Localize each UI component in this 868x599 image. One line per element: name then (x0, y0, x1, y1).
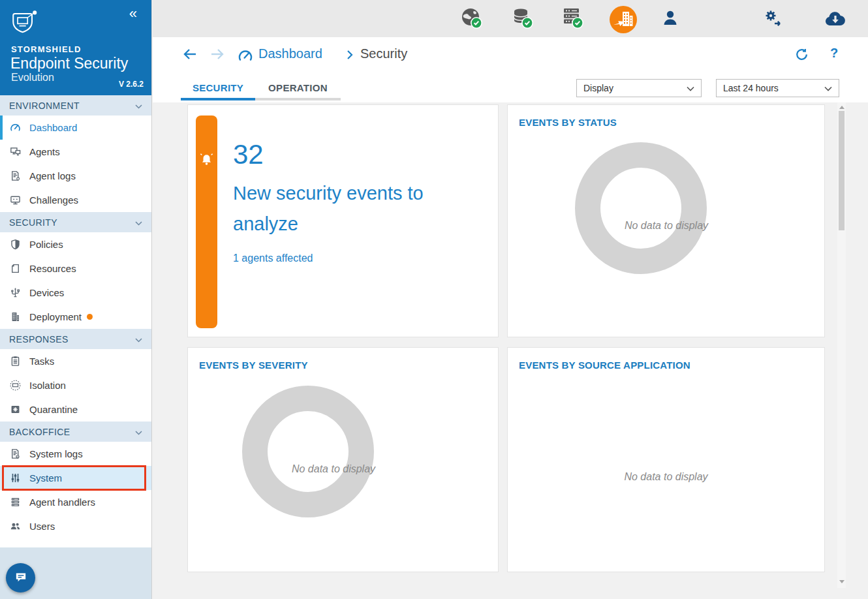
sidebar-item-quarantine[interactable]: Quarantine (0, 397, 151, 422)
section-label: RESPONSES (9, 334, 135, 345)
tab-operation[interactable]: OPERATION (255, 77, 341, 100)
sidebar-item-label: Devices (29, 287, 64, 298)
breadcrumb-dashboard-link[interactable]: Dashboard (258, 46, 322, 61)
sidebar-nav: ENVIRONMENTDashboardAgentsAgent logsChal… (0, 95, 151, 538)
section-label: SECURITY (9, 217, 135, 228)
sidebar-item-isolation[interactable]: Isolation (0, 373, 151, 397)
sidebar-collapse-icon[interactable]: « (129, 5, 137, 22)
tab-security[interactable]: SECURITY (181, 77, 255, 100)
new-events-headline: New security events to analyze (233, 178, 448, 239)
challenges-icon (10, 194, 21, 206)
sidebar-item-resources[interactable]: Resources (0, 256, 151, 281)
sidebar-item-system[interactable]: System (0, 466, 151, 490)
deploy-environment-button[interactable] (608, 5, 638, 37)
quarantine-icon (10, 404, 21, 415)
sidebar-item-challenges[interactable]: Challenges (0, 188, 151, 212)
section-header-environment[interactable]: ENVIRONMENT (0, 95, 151, 115)
agents-icon (10, 146, 21, 157)
display-dropdown-value: Display (583, 83, 687, 93)
brand-product: Endpoint Security (10, 55, 128, 72)
empty-donut-chart (242, 386, 374, 517)
no-data-text: No data to display (291, 461, 376, 477)
chevron-down-icon (135, 217, 142, 228)
section-header-security[interactable]: SECURITY (0, 212, 151, 232)
nav-forward-icon[interactable] (209, 47, 226, 64)
scrollbar-down-arrow[interactable] (837, 577, 846, 585)
subheader: Dashboard Security ? SECURITY OPERATION … (153, 37, 868, 102)
database-status-icon[interactable] (510, 6, 536, 35)
chevron-down-icon (824, 83, 832, 93)
sidebar-item-label: Resources (29, 263, 76, 274)
brand-version: V 2.6.2 (119, 80, 144, 89)
sidebar-item-devices[interactable]: Devices (0, 281, 151, 305)
sidebar: « STORMSHIELD Endpoint Security Evolutio… (0, 0, 152, 599)
sidebar-item-label: System logs (29, 448, 83, 459)
sidebar-item-agent-logs[interactable]: Agent logs (0, 164, 151, 188)
sidebar-item-dashboard[interactable]: Dashboard (0, 115, 151, 140)
tabs: SECURITY OPERATION (181, 77, 341, 100)
sidebar-item-tasks[interactable]: Tasks (0, 349, 151, 373)
sidebar-item-users[interactable]: Users (0, 514, 151, 538)
sidebar-item-label: Tasks (29, 356, 54, 367)
chat-support-button[interactable] (6, 563, 35, 592)
help-icon[interactable]: ? (830, 46, 838, 61)
section-header-backoffice[interactable]: BACKOFFICE (0, 422, 151, 442)
sidebar-item-label: Isolation (29, 380, 66, 391)
brand-name: STORMSHIELD (11, 44, 82, 54)
sidebar-item-agents[interactable]: Agents (0, 140, 151, 164)
no-data-text: No data to display (508, 469, 824, 485)
agents-affected-link[interactable]: 1 agents affected (233, 253, 313, 264)
section-label: BACKOFFICE (9, 427, 135, 437)
bell-icon (200, 152, 213, 170)
sidebar-item-system-logs[interactable]: System logs (0, 442, 151, 466)
agent-handler-status-icon[interactable] (561, 6, 587, 35)
tasks-icon (10, 356, 21, 367)
sidebar-item-label: Users (29, 521, 55, 532)
empty-donut-chart (575, 142, 707, 274)
card-title: EVENTS BY STATUS (519, 117, 617, 128)
sidebar-item-label: Agents (29, 146, 60, 157)
devices-icon (10, 287, 21, 298)
display-dropdown[interactable]: Display (576, 79, 702, 97)
chevron-down-icon (135, 427, 142, 437)
services-gear-icon[interactable] (764, 8, 784, 32)
scrollbar-thumb[interactable] (839, 111, 845, 230)
time-period-dropdown[interactable]: Last 24 hours (716, 79, 839, 97)
dashboard-gauge-icon (238, 49, 253, 65)
users-icon (10, 521, 21, 532)
notification-dot (87, 314, 93, 320)
stormshield-shield-logo-icon (10, 9, 39, 43)
agent-handlers-icon (10, 497, 21, 508)
nav-back-icon[interactable] (181, 47, 198, 64)
chevron-down-icon (687, 83, 694, 93)
refresh-icon[interactable] (794, 47, 809, 65)
sidebar-item-label: System (29, 472, 62, 484)
events-by-severity-card: EVENTS BY SEVERITY No data to display (187, 347, 499, 572)
sidebar-item-label: Challenges (29, 194, 78, 206)
topbar (153, 0, 868, 37)
agent-logs-icon (10, 170, 21, 181)
brand-header: « STORMSHIELD Endpoint Security Evolutio… (0, 0, 151, 95)
sidebar-item-agent-handlers[interactable]: Agent handlers (0, 490, 151, 514)
deployment-icon (10, 311, 21, 322)
system-logs-icon (10, 448, 21, 459)
sidebar-item-label: Dashboard (29, 122, 77, 133)
isolation-icon (10, 380, 21, 391)
card-title: EVENTS BY SEVERITY (199, 360, 308, 371)
annotation-red-highlight-box (2, 465, 146, 491)
scrollbar-up-arrow[interactable] (837, 103, 846, 111)
sidebar-footer (0, 547, 151, 599)
sidebar-item-deployment[interactable]: Deployment (0, 305, 151, 329)
section-header-responses[interactable]: RESPONSES (0, 329, 151, 349)
sidebar-item-policies[interactable]: Policies (0, 232, 151, 256)
environment-status-icon[interactable] (459, 6, 486, 35)
sidebar-item-label: Deployment (29, 311, 82, 322)
chevron-down-icon (135, 334, 142, 345)
brand-edition: Evolution (11, 72, 54, 84)
cloud-download-icon[interactable] (823, 8, 848, 33)
chevron-down-icon (135, 100, 142, 111)
new-security-events-card: 32 New security events to analyze 1 agen… (187, 104, 499, 337)
user-icon[interactable] (660, 8, 681, 32)
time-period-dropdown-value: Last 24 hours (723, 83, 824, 93)
chat-bubble-icon (14, 570, 28, 587)
